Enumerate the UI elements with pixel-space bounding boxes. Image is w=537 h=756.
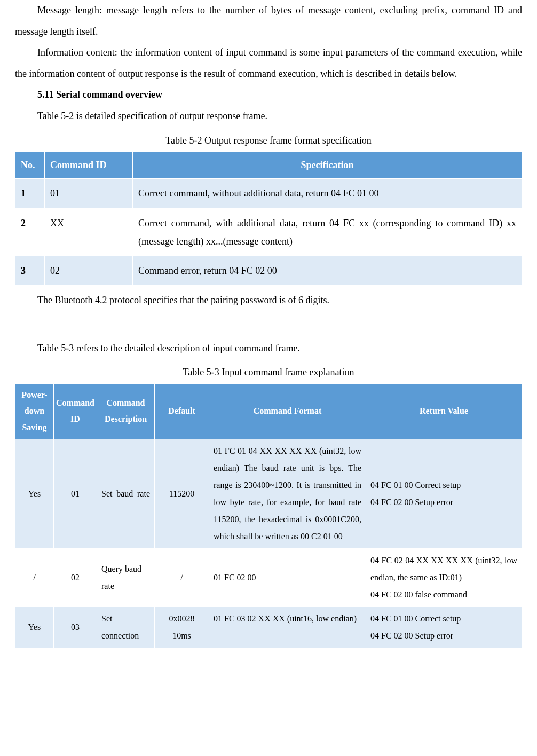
col-default: Default xyxy=(155,383,209,439)
cell-cid: 03 xyxy=(54,607,97,648)
text: Message length: message length refers to… xyxy=(15,5,522,37)
cell-ret: 04 FC 01 00 Correct setup 04 FC 02 00 Se… xyxy=(366,439,522,549)
cell-no: 1 xyxy=(15,179,45,208)
cell-def: / xyxy=(155,549,209,607)
cell-pds: Yes xyxy=(15,607,54,648)
text: Table 5-3 refers to the detailed descrip… xyxy=(37,343,300,353)
text: Table 5-2 is detailed specification of o… xyxy=(37,111,267,121)
col-no: No. xyxy=(15,152,45,179)
table-row: Yes 01 Set baud rate 115200 01 FC 01 04 … xyxy=(15,439,522,549)
cell-desc: Query baud rate xyxy=(97,549,155,607)
cell-spec: Correct command, with additional data, r… xyxy=(133,208,522,256)
spacer xyxy=(15,311,522,338)
col-command-format: Command Format xyxy=(209,383,366,439)
cell-ret: 04 FC 02 04 XX XX XX XX (uint32, low end… xyxy=(366,549,522,607)
paragraph-bt42: The Bluetooth 4.2 protocol specifies tha… xyxy=(15,290,522,311)
cell-pds: Yes xyxy=(15,439,54,549)
heading-5-11: 5.11 Serial command overview xyxy=(15,84,522,106)
cell-desc: Set baud rate xyxy=(97,439,155,549)
table-row: 2 XX Correct command, with additional da… xyxy=(15,208,522,256)
cell-fmt: 01 FC 02 00 xyxy=(209,549,366,607)
cell-cid: 01 xyxy=(54,439,97,549)
col-powerdown-saving: Power-down Saving xyxy=(15,383,54,439)
col-command-id: Command ID xyxy=(54,383,97,439)
table-row: / 02 Query baud rate / 01 FC 02 00 04 FC… xyxy=(15,549,522,607)
table-row: 1 01 Correct command, without additional… xyxy=(15,179,522,208)
cell-spec: Command error, return 04 FC 02 00 xyxy=(133,256,522,285)
cell-spec: Correct command, without additional data… xyxy=(133,179,522,208)
caption-table-5-3: Table 5-3 Input command frame explanatio… xyxy=(15,362,522,383)
cell-fmt: 01 FC 03 02 XX XX (uint16, low endian) xyxy=(209,607,366,648)
paragraph-message-length: Message length: message length refers to… xyxy=(15,0,522,42)
table-header-row: Power-down Saving Command ID Command Des… xyxy=(15,383,522,439)
cell-cid: 02 xyxy=(54,549,97,607)
table-header-row: No. Command ID Specification xyxy=(15,152,522,179)
cell-def: 0x0028 10ms xyxy=(155,607,209,648)
text: Information content: the information con… xyxy=(15,47,522,79)
cell-cmd: 01 xyxy=(45,179,133,208)
cell-cmd: 02 xyxy=(45,256,133,285)
cell-desc: Set connection xyxy=(97,607,155,648)
paragraph-info-content: Information content: the information con… xyxy=(15,42,522,84)
table-5-2: No. Command ID Specification 1 01 Correc… xyxy=(15,151,522,286)
heading-text: 5.11 Serial command overview xyxy=(37,89,162,100)
table-row: 3 02 Command error, return 04 FC 02 00 xyxy=(15,256,522,285)
table-row: Yes 03 Set connection 0x0028 10ms 01 FC … xyxy=(15,607,522,648)
paragraph-table52-intro: Table 5-2 is detailed specification of o… xyxy=(15,106,522,127)
col-command-description: Command Description xyxy=(97,383,155,439)
paragraph-table53-intro: Table 5-3 refers to the detailed descrip… xyxy=(15,338,522,359)
col-command-id: Command ID xyxy=(45,152,133,179)
cell-no: 2 xyxy=(15,208,45,256)
cell-no: 3 xyxy=(15,256,45,285)
col-specification: Specification xyxy=(133,152,522,179)
caption-table-5-2: Table 5-2 Output response frame format s… xyxy=(15,130,522,152)
col-return-value: Return Value xyxy=(366,383,522,439)
table-5-3: Power-down Saving Command ID Command Des… xyxy=(15,383,522,648)
cell-def: 115200 xyxy=(155,439,209,549)
cell-cmd: XX xyxy=(45,208,133,256)
cell-pds: / xyxy=(15,549,54,607)
cell-fmt: 01 FC 01 04 XX XX XX XX (uint32, low end… xyxy=(209,439,366,549)
text: The Bluetooth 4.2 protocol specifies tha… xyxy=(37,295,329,305)
cell-ret: 04 FC 01 00 Correct setup 04 FC 02 00 Se… xyxy=(366,607,522,648)
